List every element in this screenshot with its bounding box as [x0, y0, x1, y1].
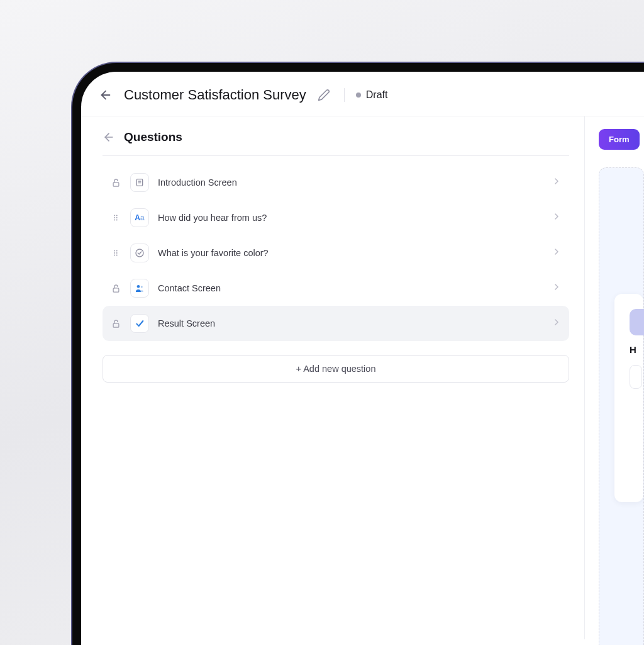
question-label: Introduction Screen [158, 177, 543, 188]
question-row[interactable]: Introduction Screen [103, 165, 569, 200]
preview-image-placeholder [630, 309, 644, 335]
preview-heading: H [630, 344, 643, 355]
svg-point-16 [114, 255, 115, 256]
svg-point-9 [116, 217, 118, 218]
svg-rect-19 [113, 288, 119, 291]
svg-point-7 [116, 215, 118, 216]
preview-card: H [614, 294, 643, 502]
status-chip: Draft [356, 89, 388, 101]
svg-point-11 [116, 220, 118, 221]
device-frame: Customer Satisfaction Survey Draft Quest… [72, 63, 644, 645]
separator [344, 88, 345, 102]
svg-point-20 [137, 285, 140, 288]
question-list: Introduction ScreenAaHow did you hear fr… [103, 156, 569, 341]
question-row[interactable]: Result Screen [103, 306, 569, 341]
status-dot-icon [356, 93, 361, 98]
preview-input-placeholder [630, 365, 642, 389]
svg-point-14 [114, 252, 115, 254]
question-type-icon [130, 314, 149, 333]
svg-point-21 [141, 286, 143, 288]
chevron-right-icon [552, 176, 562, 189]
question-label: Result Screen [158, 318, 543, 328]
preview-pane: Form H [584, 116, 644, 639]
svg-point-15 [116, 252, 118, 254]
question-row[interactable]: What is your favorite color? [103, 235, 569, 271]
chevron-right-icon [552, 282, 562, 294]
content-row: Questions Introduction ScreenAaHow did y… [81, 116, 644, 639]
lock-icon [110, 178, 121, 188]
page-title: Customer Satisfaction Survey [124, 87, 306, 103]
svg-point-8 [114, 217, 115, 218]
chevron-right-icon [552, 247, 562, 259]
question-label: How did you hear from us? [158, 213, 543, 223]
lock-icon [110, 319, 121, 328]
svg-point-17 [116, 255, 118, 256]
svg-rect-22 [113, 323, 119, 327]
svg-point-13 [116, 250, 118, 252]
status-text: Draft [366, 89, 388, 101]
svg-point-6 [114, 215, 115, 216]
question-type-icon [130, 244, 149, 262]
section-back-icon[interactable] [103, 131, 115, 143]
section-title: Questions [124, 130, 182, 144]
question-label: What is your favorite color? [158, 248, 543, 258]
question-row[interactable]: Contact Screen [103, 271, 569, 306]
preview-frame: H [599, 167, 644, 645]
question-type-icon: Aa [130, 208, 149, 227]
chevron-right-icon [552, 211, 562, 224]
question-label: Contact Screen [158, 283, 543, 293]
question-row[interactable]: AaHow did you hear from us? [103, 200, 569, 235]
edit-icon[interactable] [318, 89, 330, 101]
question-type-icon [130, 173, 149, 192]
lock-icon [110, 284, 121, 293]
questions-pane: Questions Introduction ScreenAaHow did y… [81, 116, 584, 639]
section-header: Questions [103, 116, 569, 156]
svg-point-10 [114, 220, 115, 221]
app-header: Customer Satisfaction Survey Draft [81, 72, 644, 116]
drag-handle-icon[interactable] [110, 213, 121, 222]
back-arrow-icon[interactable] [99, 88, 113, 102]
svg-point-12 [114, 250, 115, 252]
svg-rect-2 [113, 182, 119, 186]
drag-handle-icon[interactable] [110, 249, 121, 257]
chevron-right-icon [552, 317, 562, 330]
form-tab[interactable]: Form [599, 129, 640, 150]
add-question-button[interactable]: + Add new question [103, 355, 569, 383]
svg-point-18 [136, 249, 143, 257]
question-type-icon [130, 279, 149, 298]
